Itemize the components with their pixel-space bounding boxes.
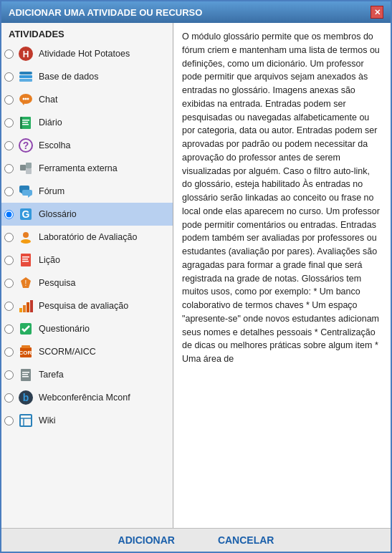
activities-header: ATIVIDADES [1,23,173,42]
svg-rect-17 [20,165,26,170]
activity-item-survey[interactable]: !Pesquisa [1,271,173,294]
svg-point-7 [23,98,25,100]
svg-rect-35 [27,302,29,312]
svg-rect-47 [20,415,32,426]
icon-forum [16,182,35,201]
radio-lab[interactable] [4,233,14,242]
radio-diary[interactable] [4,118,14,128]
label-hotpotatoes: Atividade Hot Potatoes [39,49,130,59]
activity-item-lesson[interactable]: Lição [1,249,173,271]
icon-assign [16,365,35,384]
label-database: Base de dados [39,72,98,82]
radio-survey[interactable] [4,279,14,288]
svg-text:b: b [23,392,29,403]
activity-item-chat[interactable]: Chat [1,88,173,111]
label-glossary: Glossário [39,209,77,219]
label-wiki: Wiki [39,415,56,425]
activity-item-external[interactable]: Ferramenta externa [1,157,173,180]
icon-external [16,159,35,178]
radio-assign[interactable] [4,370,14,380]
svg-text:G: G [22,208,30,220]
radio-lesson[interactable] [4,256,14,265]
icon-choice: ? [16,136,35,155]
radio-glossary[interactable] [4,210,14,219]
activity-item-surveyadv[interactable]: Pesquisa de avaliação [1,294,173,317]
icon-glossary: G [16,205,35,223]
activity-item-forum[interactable]: Fórum [1,180,173,203]
icon-hotpotatoes: H [16,44,35,63]
radio-choice[interactable] [4,141,14,150]
label-chat: Chat [39,95,57,105]
svg-rect-44 [22,376,29,378]
svg-marker-23 [28,196,31,198]
activity-item-wiki[interactable]: Wiki [1,409,173,432]
svg-rect-13 [22,124,29,125]
svg-point-9 [27,98,29,100]
radio-webconf[interactable] [4,393,14,403]
activities-panel: ATIVIDADES HAtividade Hot PotatoesBase d… [1,23,173,528]
title-bar: ADICIONAR UMA ATIVIDADE OU RECURSO ✕ [1,1,391,23]
radio-chat[interactable] [4,95,14,105]
svg-rect-43 [22,374,28,375]
radio-forum[interactable] [4,187,14,196]
activity-item-database[interactable]: Base de dados [1,65,173,88]
radio-surveyadv[interactable] [4,302,14,311]
svg-rect-12 [22,122,28,123]
icon-lab [16,228,35,246]
svg-rect-33 [19,308,22,312]
cancel-button[interactable]: CANCELAR [218,534,274,546]
activity-item-choice[interactable]: ?Escolha [1,134,173,157]
svg-rect-22 [22,190,32,196]
svg-rect-30 [22,259,28,260]
close-button[interactable]: ✕ [371,6,383,19]
label-scorm: SCORM/AICC [39,347,96,357]
svg-rect-29 [22,256,29,258]
icon-surveyadv [16,297,35,315]
activity-item-glossary[interactable]: GGlossário [1,203,173,226]
icon-chat [16,90,35,109]
icon-survey: ! [16,274,35,292]
activity-item-quiz[interactable]: Questionário [1,317,173,340]
label-external: Ferramenta externa [39,163,118,173]
svg-point-8 [25,98,27,100]
svg-rect-11 [22,120,29,121]
label-diary: Diário [39,117,62,128]
svg-rect-42 [22,372,29,373]
description-text: O módulo glossário permite que os membro… [182,30,382,366]
icon-diary [16,113,35,132]
label-forum: Fórum [39,186,64,196]
activity-item-webconf[interactable]: bWebconferência Mconf [1,386,173,409]
icon-database [16,67,35,86]
svg-rect-3 [19,75,32,78]
footer: ADICIONAR CANCELAR [1,528,391,552]
svg-rect-4 [19,79,32,82]
activity-item-lab[interactable]: Laboratório de Avaliação [1,226,173,249]
radio-quiz[interactable] [4,324,14,334]
activity-item-hotpotatoes[interactable]: HAtividade Hot Potatoes [1,42,173,65]
label-lab: Laboratório de Avaliação [39,232,137,242]
dialog-title: ADICIONAR UMA ATIVIDADE OU RECURSO [9,7,202,18]
label-webconf: Webconferência Mconf [39,393,130,403]
icon-scorm: SCORM [16,342,35,361]
svg-rect-28 [21,254,31,266]
add-button[interactable]: ADICIONAR [118,534,175,546]
label-surveyadv: Pesquisa de avaliação [39,301,128,311]
radio-wiki[interactable] [4,416,14,425]
svg-rect-18 [26,163,32,168]
radio-scorm[interactable] [4,347,14,357]
radio-external[interactable] [4,164,14,173]
svg-rect-2 [19,72,32,74]
label-survey: Pesquisa [39,278,75,288]
activity-item-assign[interactable]: Tarefa [1,363,173,386]
activity-item-scorm[interactable]: SCORMSCORM/AICC [1,340,173,363]
label-choice: Escolha [39,140,70,150]
activity-item-diary[interactable]: Diário [1,111,173,134]
svg-rect-39 [21,345,30,348]
svg-rect-14 [20,117,22,129]
svg-point-26 [23,232,29,238]
radio-hotpotatoes[interactable] [4,49,14,59]
icon-quiz [16,319,35,338]
icon-wiki [16,411,35,430]
radio-database[interactable] [4,72,14,82]
svg-rect-36 [30,300,33,312]
